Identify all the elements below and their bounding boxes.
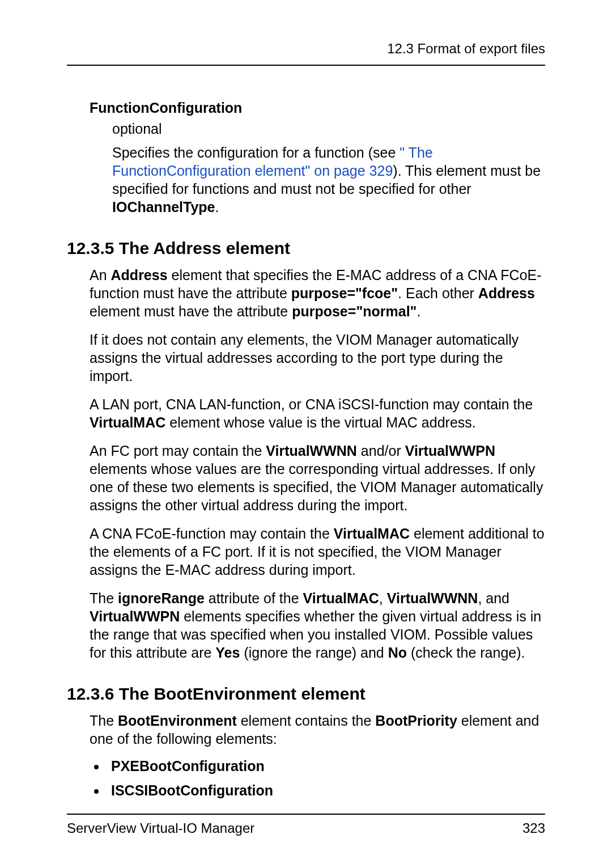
s1235-p1-b2: purpose="fcoe" bbox=[291, 285, 398, 301]
fc-description: Specifies the configuration for a functi… bbox=[112, 143, 545, 216]
s1235-p6-a: The bbox=[90, 590, 118, 606]
s1235-p1-d: element must have the attribute bbox=[90, 303, 292, 319]
section-1236-heading: 12.3.6 The BootEnvironment element bbox=[67, 684, 545, 704]
s1235-p3-b1: VirtualMAC bbox=[90, 414, 165, 430]
section-1235-heading: 12.3.5 The Address element bbox=[67, 239, 545, 258]
s1235-p6-g: (check the range). bbox=[407, 645, 525, 660]
s1235-p4-b1: VirtualWWNN bbox=[266, 443, 357, 459]
s1235-p6-b1: ignoreRange bbox=[118, 590, 205, 606]
bullet-iscsi: ISCSIBootConfiguration bbox=[107, 782, 545, 799]
s1235-p3: A LAN port, CNA LAN-function, or CNA iSC… bbox=[90, 395, 545, 431]
fc-iochanneltype: IOChannelType bbox=[112, 199, 215, 215]
header-rule bbox=[67, 65, 545, 66]
s1235-p6-c: , bbox=[379, 590, 387, 606]
fc-text-before-link: Specifies the configuration for a functi… bbox=[112, 145, 400, 160]
bullet-pxe: PXEBootConfiguration bbox=[107, 758, 545, 774]
function-configuration-block: optional Specifies the configuration for… bbox=[112, 120, 545, 216]
s1235-p1-b4: purpose="normal" bbox=[292, 303, 416, 319]
s1235-p2: If it does not contain any elements, the… bbox=[90, 331, 545, 385]
footer-rule bbox=[67, 814, 545, 815]
s1235-p5-a: A CNA FCoE-function may contain the bbox=[90, 526, 334, 541]
fc-text-after-link-2: . bbox=[215, 199, 219, 215]
s1236-p1-b2: BootPriority bbox=[375, 713, 457, 729]
s1235-p3-a: A LAN port, CNA LAN-function, or CNA iSC… bbox=[90, 396, 533, 412]
running-header: 12.3 Format of export files bbox=[67, 41, 545, 57]
s1235-p6-b6: No bbox=[388, 645, 407, 660]
s1235-p5-b1: VirtualMAC bbox=[334, 526, 410, 541]
s1235-p6: The ignoreRange attribute of the Virtual… bbox=[90, 589, 545, 662]
s1236-p1-b1: BootEnvironment bbox=[118, 713, 237, 729]
s1235-p5: A CNA FCoE-function may contain the Virt… bbox=[90, 524, 545, 579]
s1235-p1-e: . bbox=[416, 303, 420, 319]
s1235-p6-b2: VirtualMAC bbox=[303, 590, 379, 606]
s1235-p6-d: , and bbox=[478, 590, 509, 606]
s1235-p4: An FC port may contain the VirtualWWNN a… bbox=[90, 442, 545, 514]
s1235-p4-b: and/or bbox=[357, 443, 405, 459]
s1235-p1: An Address element that specifies the E-… bbox=[90, 266, 545, 320]
section-1236-body: The BootEnvironment element contains the… bbox=[67, 712, 545, 748]
section-1235-body: An Address element that specifies the E-… bbox=[67, 266, 545, 662]
s1236-p1: The BootEnvironment element contains the… bbox=[90, 712, 545, 748]
s1235-p1-a: An bbox=[90, 267, 111, 283]
s1235-p6-b3: VirtualWWNN bbox=[387, 590, 478, 606]
s1235-p6-b: attribute of the bbox=[205, 590, 303, 606]
s1235-p1-c: . Each other bbox=[398, 285, 478, 301]
function-configuration-title: FunctionConfiguration bbox=[90, 100, 545, 116]
footer-page-number: 323 bbox=[522, 820, 545, 836]
s1235-p4-a: An FC port may contain the bbox=[90, 443, 266, 459]
s1235-p1-b1: Address bbox=[111, 267, 168, 283]
s1235-p3-b: element whose value is the virtual MAC a… bbox=[165, 414, 475, 430]
s1235-p6-b4: VirtualWWPN bbox=[90, 608, 180, 624]
page-container: 12.3 Format of export files FunctionConf… bbox=[0, 0, 612, 868]
s1235-p4-b2: VirtualWWPN bbox=[405, 443, 495, 459]
fc-optional: optional bbox=[112, 120, 545, 138]
s1235-p1-b3: Address bbox=[478, 285, 535, 301]
s1236-bullets: PXEBootConfiguration ISCSIBootConfigurat… bbox=[107, 758, 545, 799]
s1235-p6-b5: Yes bbox=[215, 645, 240, 660]
s1235-p4-c: elements whose values are the correspond… bbox=[90, 461, 543, 513]
s1236-p1-b: element contains the bbox=[237, 713, 376, 729]
page-footer: ServerView Virtual-IO Manager 323 bbox=[67, 814, 545, 836]
footer-left: ServerView Virtual-IO Manager bbox=[67, 820, 254, 836]
s1235-p6-f: (ignore the range) and bbox=[240, 645, 388, 660]
s1236-p1-a: The bbox=[90, 713, 118, 729]
